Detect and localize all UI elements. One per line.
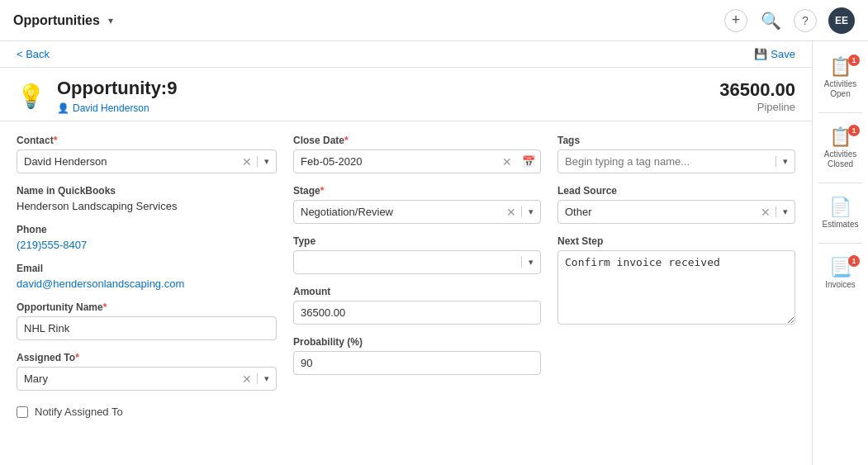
owner-icon: 👤 (57, 102, 69, 114)
opp-name-input[interactable] (17, 316, 277, 340)
assigned-to-clear-icon[interactable]: ✕ (237, 372, 257, 386)
opp-name-field-group: Opportunity Name* (17, 301, 277, 340)
activities-closed-badge: 1 (848, 125, 860, 136)
close-date-select[interactable]: ✕ 📅 (293, 149, 541, 173)
app-container: Opportunities ▾ + 🔍 ? EE < Back 💾 Save (0, 0, 868, 465)
type-select[interactable]: ▾ (293, 250, 541, 274)
main-body: < Back 💾 Save 💡 Opportunity:9 👤 David He… (0, 41, 868, 465)
form-col-3: Tags ▾ Lead Source ✕ ▾ (557, 135, 795, 429)
amount-field-group: Amount (293, 286, 541, 325)
add-icon[interactable]: + (724, 9, 747, 32)
stage-label: Stage* (293, 185, 541, 197)
next-step-textarea[interactable]: Confirm invoice received (557, 250, 795, 325)
type-arrow-icon[interactable]: ▾ (521, 257, 540, 268)
top-nav: Opportunities ▾ + 🔍 ? EE (0, 0, 868, 41)
lead-source-input[interactable] (558, 201, 756, 223)
opp-title: Opportunity:9 (57, 78, 177, 99)
quickbooks-label: Name in QuickBooks (17, 185, 277, 197)
notify-field-group: Notify Assigned To (17, 402, 277, 418)
probability-label: Probability (%) (293, 336, 541, 348)
invoices-label: Invoices (825, 280, 856, 290)
right-sidebar: 1 📋 ActivitiesOpen 1 📋 ActivitiesClosed … (812, 41, 868, 465)
activities-open-badge: 1 (848, 55, 860, 66)
probability-field-group: Probability (%) (293, 336, 541, 375)
top-nav-right: + 🔍 ? EE (724, 7, 855, 34)
app-title: Opportunities (13, 13, 100, 28)
close-date-clear-icon[interactable]: ✕ (497, 155, 517, 168)
search-icon[interactable]: 🔍 (759, 9, 782, 32)
stage-clear-icon[interactable]: ✕ (501, 206, 521, 219)
sidebar-divider-2 (818, 183, 863, 183)
app-dropdown-icon[interactable]: ▾ (108, 15, 113, 26)
notify-checkbox[interactable] (17, 406, 28, 418)
assigned-to-arrow-icon[interactable]: ▾ (257, 373, 276, 384)
phone-value[interactable]: (219)555-8407 (17, 239, 277, 251)
amount-label: Amount (293, 286, 541, 297)
stage-field-group: Stage* ✕ ▾ (293, 185, 541, 224)
type-input[interactable] (294, 251, 521, 273)
assigned-to-input[interactable] (17, 368, 237, 390)
lead-source-clear-icon[interactable]: ✕ (756, 206, 776, 219)
opp-name-label: Opportunity Name* (17, 301, 277, 313)
help-icon[interactable]: ? (794, 9, 817, 32)
avatar[interactable]: EE (828, 7, 855, 34)
tags-input[interactable] (558, 150, 776, 173)
form-area: Contact* ✕ ▾ Name in QuickBooks Henderso… (0, 121, 812, 443)
email-value[interactable]: david@hendersonlandscaping.com (17, 278, 277, 290)
notify-label: Notify Assigned To (35, 406, 123, 418)
opp-header: 💡 Opportunity:9 👤 David Henderson 36500.… (0, 68, 812, 121)
contact-select[interactable]: ✕ ▾ (17, 149, 277, 173)
stage-select[interactable]: ✕ ▾ (293, 200, 541, 224)
contact-input[interactable] (17, 150, 237, 173)
content-area: < Back 💾 Save 💡 Opportunity:9 👤 David He… (0, 41, 812, 465)
next-step-field-group: Next Step Confirm invoice received (557, 235, 795, 327)
contact-arrow-icon[interactable]: ▾ (257, 156, 276, 167)
opp-amount: 36500.00 (719, 79, 795, 101)
probability-input[interactable] (293, 351, 541, 375)
phone-field-group: Phone (219)555-8407 (17, 224, 277, 251)
assigned-to-field-group: Assigned To* ✕ ▾ (17, 352, 277, 391)
lead-source-arrow-icon[interactable]: ▾ (776, 206, 794, 217)
lead-source-label: Lead Source (557, 185, 795, 197)
email-field-group: Email david@hendersonlandscaping.com (17, 263, 277, 290)
close-date-input[interactable] (294, 150, 497, 173)
stage-arrow-icon[interactable]: ▾ (521, 206, 540, 217)
estimates-icon: 📄 (829, 197, 851, 218)
notify-checkbox-row: Notify Assigned To (17, 406, 277, 418)
type-field-group: Type ▾ (293, 235, 541, 274)
top-nav-left: Opportunities ▾ (13, 13, 113, 28)
opp-header-left: 💡 Opportunity:9 👤 David Henderson (17, 78, 177, 114)
save-label: Save (771, 48, 795, 60)
activities-open-label: ActivitiesOpen (824, 79, 856, 99)
sidebar-item-invoices[interactable]: 1 📃 Invoices (813, 250, 868, 297)
back-label: < Back (17, 48, 50, 60)
quickbooks-field-group: Name in QuickBooks Henderson Landscaping… (17, 185, 277, 212)
lead-source-field-group: Lead Source ✕ ▾ (557, 185, 795, 224)
phone-label: Phone (17, 224, 277, 235)
owner-name: David Henderson (73, 102, 149, 114)
opp-owner[interactable]: 👤 David Henderson (57, 102, 177, 114)
sidebar-divider-1 (818, 112, 863, 113)
invoices-badge: 1 (848, 255, 860, 267)
sub-header: < Back 💾 Save (0, 41, 812, 68)
type-label: Type (293, 235, 541, 247)
tags-field-group: Tags ▾ (557, 135, 795, 173)
lead-source-select[interactable]: ✕ ▾ (557, 200, 795, 224)
tags-select[interactable]: ▾ (557, 149, 795, 173)
back-button[interactable]: < Back (17, 48, 50, 60)
save-button[interactable]: 💾 Save (754, 48, 795, 60)
save-icon: 💾 (754, 48, 767, 60)
contact-clear-icon[interactable]: ✕ (237, 155, 257, 168)
stage-input[interactable] (294, 201, 501, 223)
close-date-label: Close Date* (293, 135, 541, 146)
assigned-to-select[interactable]: ✕ ▾ (17, 367, 277, 391)
sidebar-item-activities-closed[interactable]: 1 📋 ActivitiesClosed (813, 120, 868, 176)
close-date-calendar-icon[interactable]: 📅 (517, 155, 540, 168)
sidebar-item-activities-open[interactable]: 1 📋 ActivitiesOpen (813, 50, 868, 106)
form-col-2: Close Date* ✕ 📅 Stage* (293, 135, 541, 429)
form-col-1: Contact* ✕ ▾ Name in QuickBooks Henderso… (17, 135, 277, 429)
sidebar-item-estimates[interactable]: 📄 Estimates (813, 190, 868, 236)
next-step-label: Next Step (557, 235, 795, 247)
tags-arrow-icon[interactable]: ▾ (776, 156, 794, 167)
amount-input[interactable] (293, 301, 541, 325)
